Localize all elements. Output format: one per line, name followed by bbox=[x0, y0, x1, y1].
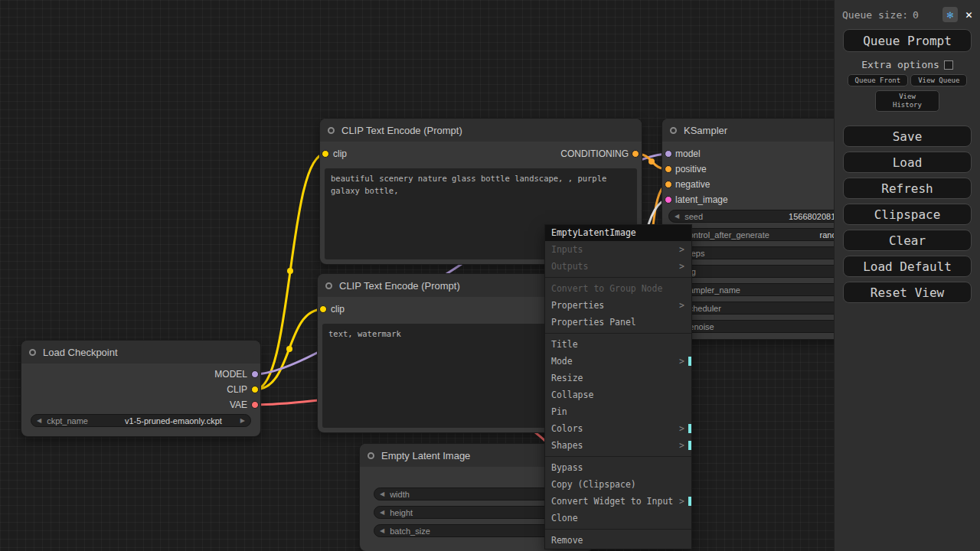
view-history-button[interactable]: View History bbox=[875, 90, 939, 112]
menu-item-pin[interactable]: Pin bbox=[545, 403, 691, 420]
collapse-dot-icon[interactable] bbox=[670, 127, 677, 134]
output-label-clip: CLIP bbox=[227, 383, 247, 396]
decrement-icon[interactable]: ◀ bbox=[380, 491, 384, 497]
comfy-menu-panel: Queue size: 0 ✻ ✕ Queue Prompt Extra opt… bbox=[835, 0, 980, 551]
queue-size-value: 0 bbox=[913, 9, 919, 21]
view-queue-button[interactable]: View Queue bbox=[910, 74, 967, 86]
context-menu-title: EmptyLatentImage bbox=[545, 225, 691, 241]
collapse-dot-icon[interactable] bbox=[328, 127, 335, 134]
menu-item-collapse[interactable]: Collapse bbox=[545, 386, 691, 403]
menu-item-outputs: Outputs > bbox=[545, 258, 691, 275]
node-title: Load Checkpoint bbox=[43, 347, 118, 358]
menu-separator bbox=[545, 275, 691, 280]
submenu-arrow-icon: > bbox=[679, 258, 684, 275]
menu-item-title[interactable]: Title bbox=[545, 336, 691, 353]
widget-ckpt-name[interactable]: ◀ ckpt_name v1-5-pruned-emaonly.ckpt ▶ bbox=[31, 414, 251, 427]
menu-item-bypass[interactable]: Bypass bbox=[545, 459, 691, 476]
submenu-arrow-icon: > bbox=[679, 420, 684, 437]
submenu-accent-mark bbox=[688, 357, 691, 366]
collapse-dot-icon[interactable] bbox=[29, 349, 36, 356]
node-title: Empty Latent Image bbox=[381, 450, 470, 461]
collapse-dot-icon[interactable] bbox=[368, 452, 374, 459]
input-label-clip: clip bbox=[333, 148, 347, 160]
queue-size-label: Queue size: bbox=[842, 9, 908, 21]
input-label-negative: negative bbox=[675, 178, 710, 191]
node-title: CLIP Text Encode (Prompt) bbox=[339, 280, 460, 292]
clear-button[interactable]: Clear bbox=[843, 230, 972, 251]
menu-separator bbox=[545, 331, 691, 336]
clipspace-button[interactable]: Clipspace bbox=[843, 204, 972, 225]
decrement-icon[interactable]: ◀ bbox=[380, 509, 384, 516]
output-label-model: MODEL bbox=[214, 368, 247, 380]
menu-item-clone[interactable]: Clone bbox=[545, 510, 691, 527]
submenu-arrow-icon: > bbox=[679, 297, 684, 314]
refresh-button[interactable]: Refresh bbox=[843, 178, 972, 199]
menu-item-shapes[interactable]: Shapes > bbox=[545, 437, 691, 454]
menu-item-properties[interactable]: Properties > bbox=[545, 297, 691, 314]
decrement-icon[interactable]: ◀ bbox=[675, 213, 679, 220]
extra-options-checkbox[interactable] bbox=[944, 60, 953, 70]
menu-item-mode[interactable]: Mode > bbox=[545, 353, 691, 370]
prev-icon[interactable]: ◀ bbox=[37, 417, 41, 424]
output-label-conditioning: CONDITIONING bbox=[560, 148, 629, 160]
decrement-icon[interactable]: ◀ bbox=[380, 527, 384, 534]
reset-view-button[interactable]: Reset View bbox=[843, 282, 972, 303]
extra-options-label: Extra options bbox=[861, 59, 939, 70]
menu-item-convert-to-group-node: Convert to Group Node bbox=[545, 280, 691, 297]
save-button[interactable]: Save bbox=[843, 126, 972, 147]
input-label-latent-image: latent_image bbox=[675, 194, 728, 206]
menu-item-properties-panel[interactable]: Properties Panel bbox=[545, 314, 691, 331]
menu-separator bbox=[545, 454, 691, 459]
menu-item-copy-clipspace[interactable]: Copy (Clipspace) bbox=[545, 476, 691, 493]
input-label-positive: positive bbox=[675, 163, 707, 175]
menu-separator bbox=[545, 527, 691, 532]
menu-item-resize[interactable]: Resize bbox=[545, 370, 691, 386]
context-menu: EmptyLatentImage Inputs > Outputs > Conv… bbox=[545, 225, 691, 549]
output-label-vae: VAE bbox=[230, 399, 247, 411]
input-label-model: model bbox=[675, 148, 701, 160]
submenu-accent-mark bbox=[688, 424, 691, 433]
input-label-clip: clip bbox=[331, 303, 345, 315]
node-title-bar[interactable]: Load Checkpoint bbox=[21, 341, 260, 364]
node-title-bar[interactable]: CLIP Text Encode (Prompt) bbox=[320, 119, 642, 142]
load-button[interactable]: Load bbox=[843, 152, 972, 173]
submenu-accent-mark bbox=[688, 441, 691, 450]
submenu-arrow-icon: > bbox=[679, 353, 684, 370]
submenu-arrow-icon: > bbox=[679, 241, 684, 258]
node-title: KSampler bbox=[684, 125, 727, 136]
menu-item-colors[interactable]: Colors > bbox=[545, 420, 691, 437]
close-icon[interactable]: ✕ bbox=[965, 8, 972, 21]
node-load-checkpoint[interactable]: Load Checkpoint MODEL CLIP VAE ◀ ckpt_na… bbox=[21, 341, 260, 436]
next-icon[interactable]: ▶ bbox=[240, 417, 245, 424]
menu-item-remove[interactable]: Remove bbox=[545, 532, 691, 549]
submenu-accent-mark bbox=[688, 497, 691, 506]
load-default-button[interactable]: Load Default bbox=[843, 256, 972, 277]
settings-gear-icon[interactable]: ✻ bbox=[942, 7, 958, 22]
menu-item-convert-widget-to-input[interactable]: Convert Widget to Input > bbox=[545, 493, 691, 510]
queue-prompt-button[interactable]: Queue Prompt bbox=[843, 29, 972, 52]
menu-item-inputs: Inputs > bbox=[545, 241, 691, 258]
submenu-arrow-icon: > bbox=[679, 437, 684, 454]
node-title: CLIP Text Encode (Prompt) bbox=[341, 125, 462, 136]
submenu-arrow-icon: > bbox=[679, 493, 684, 510]
queue-front-button[interactable]: Queue Front bbox=[848, 74, 909, 86]
collapse-dot-icon[interactable] bbox=[325, 282, 332, 289]
